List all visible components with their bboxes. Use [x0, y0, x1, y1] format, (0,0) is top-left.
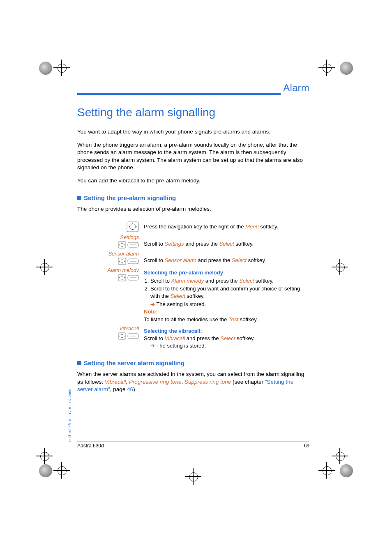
registration-mark	[332, 259, 348, 275]
crop-disc	[340, 62, 353, 75]
svg-point-17	[124, 261, 125, 262]
subheading-server-alarm: Setting the server alarm signalling	[77, 359, 309, 366]
opt-suppress: Suppress ring tone	[184, 379, 231, 385]
step-nav: Press the navigation key to the right or…	[77, 221, 309, 232]
select-ref: Select	[220, 335, 235, 341]
s2-t2: (see chapter	[231, 379, 265, 385]
intro-p3: You can add the vibracall to the pre-ala…	[77, 177, 309, 184]
sensor-alarm-link: Sensor alarm	[165, 257, 196, 263]
arrow-icon: ➔	[150, 343, 155, 349]
select-ref: Select	[170, 293, 185, 299]
step-settings-t1: Scroll to	[144, 241, 165, 247]
prealarm-lead: The phone provides a selection of pre-al…	[77, 205, 309, 213]
subheading-prealarm: Setting the pre-alarm signalling	[77, 194, 309, 201]
svg-point-9	[119, 244, 120, 245]
vibra-subhead: Selecting the vibracall:	[144, 327, 309, 335]
vibracall-label: Vibracall	[77, 326, 139, 332]
alarm-melody-label: Alarm melody	[77, 267, 139, 273]
opt-vibracall: Vibracall	[105, 379, 126, 385]
note-text: To listen to all the melodies use the Te…	[144, 316, 309, 323]
section-header: Alarm	[77, 82, 309, 94]
step-sensor-t3: softkey.	[247, 257, 266, 263]
sensor-alarm-label: Sensor alarm	[77, 251, 139, 257]
registration-mark	[185, 468, 201, 485]
softkey-icon	[127, 333, 139, 339]
step-nav-text1: Press the navigation key to the right or…	[144, 223, 245, 230]
svg-point-16	[119, 261, 120, 262]
s2-t3: , page	[110, 386, 127, 392]
li1a: Scroll to	[150, 278, 171, 284]
intro-p1: You want to adapt the way in which your …	[77, 128, 309, 136]
step-settings-t3: softkey.	[234, 241, 254, 247]
step-vibracall: Vibracall Selecting the vibracall: Scrol…	[77, 326, 309, 350]
step-sensor-t1: Scroll to	[144, 257, 165, 263]
li2c: softkey.	[185, 293, 205, 299]
registration-mark	[53, 462, 70, 479]
note-t1: To listen to all the melodies use the	[144, 316, 228, 322]
stored-text: The setting is stored.	[155, 301, 206, 307]
softkey-icon	[127, 242, 139, 248]
step-sensor: Sensor alarm Scroll to Sensor alarm and …	[77, 251, 309, 265]
li1e: softkey.	[254, 278, 273, 284]
test-softkey-ref: Test	[228, 316, 238, 322]
vibra-stored-text: The setting is stored.	[155, 343, 206, 349]
settings-label: Settings	[77, 235, 139, 240]
vibra-instruction: Scroll to Vibracall and press the Select…	[144, 335, 309, 342]
subheading-server-text: Setting the server alarm signalling	[84, 359, 184, 366]
melody-step-2: Scroll to the setting you want and confi…	[150, 285, 309, 300]
melody-steps-list: Scroll to Alarm melody and press the Sel…	[144, 277, 309, 300]
svg-point-1	[130, 224, 136, 230]
vibra-t2: and press the	[185, 335, 220, 341]
svg-point-24	[124, 277, 125, 278]
step-settings-t2: and press the	[184, 241, 219, 247]
alarm-melody-link: Alarm melody	[171, 278, 204, 284]
vibra-t3: softkey.	[235, 335, 254, 341]
intro-p2: When the phone triggers an alarm, a pre-…	[77, 141, 309, 171]
scroll-key-icon	[118, 332, 126, 340]
doc-id-vertical: eud-1095/1.0 – 17.8 – 07.2009	[68, 389, 72, 442]
registration-mark	[318, 462, 335, 479]
melody-stored: ➔ The setting is stored.	[150, 301, 309, 308]
vibra-t1: Scroll to	[144, 335, 165, 341]
scroll-key-icon	[118, 241, 126, 249]
registration-mark	[318, 60, 335, 76]
crop-disc	[39, 62, 52, 75]
s2-t4: ).	[133, 386, 136, 392]
footer-product: Aastra 630d	[77, 443, 104, 449]
step-alarm-melody: Alarm melody Selecting the pre-alarm mel…	[77, 267, 309, 323]
step-nav-text2: softkey.	[259, 223, 278, 230]
section-title: Alarm	[283, 82, 309, 94]
bullet-square-icon	[77, 196, 81, 200]
crop-disc	[340, 464, 353, 477]
melody-subhead: Selecting the pre-alarm melody:	[144, 269, 309, 276]
step-sensor-t2: and press the	[196, 257, 232, 263]
svg-point-30	[119, 336, 120, 336]
footer-page-number: 69	[304, 443, 309, 449]
page-ref-link[interactable]: 46	[127, 386, 133, 392]
select-ref: Select	[239, 278, 254, 284]
page-footer: Aastra 630d 69	[77, 442, 309, 449]
vibra-stored: ➔ The setting is stored.	[150, 342, 309, 350]
softkey-icon	[127, 258, 139, 264]
svg-point-23	[119, 277, 120, 278]
bullet-square-icon	[77, 361, 81, 365]
crop-disc	[39, 464, 52, 477]
svg-point-31	[124, 336, 125, 336]
scroll-key-icon	[118, 258, 126, 265]
vibracall-link: Vibracall	[165, 335, 185, 341]
registration-mark	[36, 448, 53, 464]
melody-step-1: Scroll to Alarm melody and press the Sel…	[150, 277, 309, 285]
note-t2: softkey.	[238, 316, 258, 322]
page-title: Setting the alarm signalling	[77, 106, 309, 119]
registration-mark	[332, 448, 348, 464]
svg-point-10	[124, 244, 125, 245]
navigation-key-icon	[127, 221, 139, 232]
subheading-prealarm-text: Setting the pre-alarm signalling	[84, 194, 176, 201]
li1c: and press the	[204, 278, 239, 284]
settings-link: Settings	[165, 241, 184, 247]
menu-softkey-ref: Menu	[245, 223, 259, 230]
step-settings: Settings Scroll to Settings and press th…	[77, 235, 309, 249]
scroll-key-icon	[118, 274, 126, 281]
registration-mark	[53, 60, 70, 76]
server-alarm-paragraph: When the server alarms are activated in …	[77, 371, 309, 393]
